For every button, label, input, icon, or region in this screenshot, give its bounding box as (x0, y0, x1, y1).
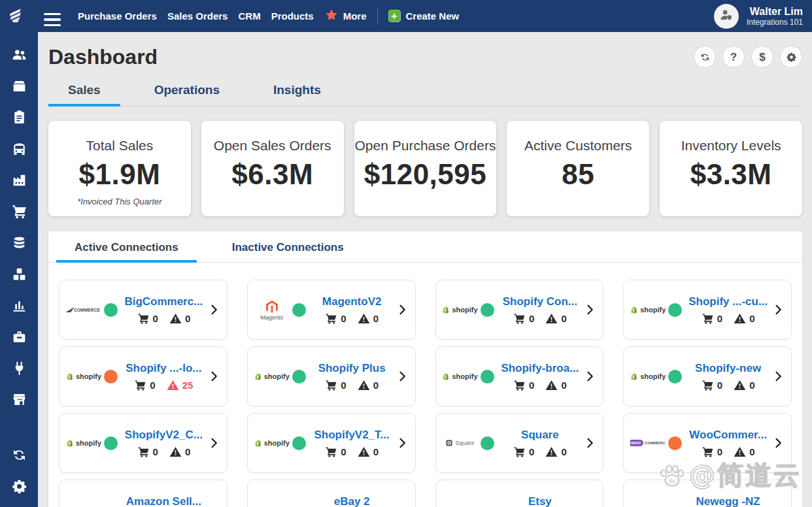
connection-card[interactable]: shopify Shopify ...-cu... 0 0 (623, 280, 792, 340)
connection-title[interactable]: Shopify ...-cu... (688, 295, 768, 308)
connection-card[interactable]: Magento MagentoV2 0 0 (247, 280, 416, 340)
help-button[interactable]: ? (722, 46, 745, 68)
tab-insights[interactable]: Insights (254, 73, 341, 106)
tab-sales[interactable]: Sales (48, 73, 120, 106)
chevron-right-icon[interactable] (393, 303, 409, 316)
connection-card[interactable]: shopify Shopify Plus 0 0 (247, 346, 416, 406)
connection-card[interactable]: Square Square 0 0 (435, 413, 604, 473)
chevron-right-icon[interactable] (769, 370, 785, 383)
sidebar-item-users-icon[interactable] (0, 39, 38, 70)
connection-card[interactable]: shopify Shopify-new 0 0 (623, 346, 792, 406)
connection-card-body: Square 0 0 (499, 429, 581, 458)
connection-title[interactable]: WooCommer... (689, 429, 767, 442)
nav-link-sales-orders[interactable]: Sales Orders (167, 10, 228, 22)
connection-title[interactable]: eBay 2 (334, 495, 370, 507)
connection-card[interactable]: shopify Shopify-broa... 0 0 (435, 346, 604, 406)
connection-card[interactable]: COMMERCE BigCommerc... 0 0 (59, 280, 228, 340)
chevron-right-icon[interactable] (769, 436, 785, 450)
connection-title[interactable]: Shopify Plus (318, 362, 386, 375)
orders-stat: 0 (513, 312, 534, 325)
chevron-right-icon[interactable] (393, 436, 409, 450)
orders-stat: 0 (325, 446, 346, 458)
connection-card-body: eBay 2 (311, 495, 393, 507)
sidebar-item-storefront-icon[interactable] (0, 384, 38, 415)
user-menu[interactable]: Walter Lim Integrations 101 (714, 4, 803, 29)
sidebar-item-sync-icon[interactable] (0, 439, 38, 470)
sidebar-item-coins-icon[interactable] (0, 227, 38, 258)
dollar-button[interactable]: $ (751, 46, 773, 68)
connection-card[interactable]: shopify ShopifyV2_T... 0 0 (247, 413, 416, 473)
sidebar-item-factory-icon[interactable] (0, 164, 38, 195)
nav-link-crm[interactable]: CRM (238, 10, 260, 22)
connection-title[interactable]: BigCommerc... (124, 295, 203, 308)
more-button[interactable]: More (324, 8, 367, 24)
tab-inactive-connections[interactable]: Inactive Connections (214, 231, 362, 262)
tab-operations[interactable]: Operations (135, 73, 239, 106)
connection-title[interactable]: Newegg -NZ (696, 495, 760, 507)
connection-card[interactable]: shopify ShopifyV2_C... 0 0 (59, 413, 228, 473)
warning-icon (734, 446, 746, 458)
nav-link-products[interactable]: Products (271, 10, 314, 22)
connection-card[interactable]: shopify Shopify Con... 0 0 (435, 280, 604, 340)
connection-title[interactable]: Shopify ...-lo... (126, 362, 201, 375)
warning-icon (545, 446, 558, 458)
sidebar-item-truck-icon[interactable] (0, 133, 38, 164)
orders-stat: 0 (325, 379, 346, 391)
sidebar-item-blocks-icon[interactable] (0, 258, 38, 289)
connection-card-body: Amazon Sell... (123, 495, 205, 507)
tab-active-connections[interactable]: Active Connections (56, 231, 197, 262)
connection-title[interactable]: ShopifyV2_C... (125, 429, 203, 442)
chevron-right-icon[interactable] (205, 370, 220, 383)
status-dot (104, 303, 118, 317)
hamburger-icon[interactable] (27, 6, 61, 26)
chevron-right-icon[interactable] (393, 370, 409, 383)
connection-card[interactable]: Newegg -NZ (623, 480, 792, 507)
user-info: Walter Lim Integrations 101 (747, 5, 803, 27)
status-dot (481, 303, 494, 317)
connection-title[interactable]: Etsy (528, 495, 552, 507)
sidebar-item-package-icon[interactable] (0, 70, 38, 101)
connection-title[interactable]: Square (521, 429, 559, 442)
sidebar-item-cart-icon[interactable] (0, 195, 38, 227)
connection-title[interactable]: MagentoV2 (322, 295, 382, 308)
sidebar-item-plug-icon[interactable] (0, 352, 38, 384)
chevron-right-icon[interactable] (205, 303, 220, 316)
avatar[interactable] (714, 4, 739, 29)
orders-stat: 0 (702, 379, 722, 391)
chevron-right-icon[interactable] (769, 303, 785, 316)
create-new-button[interactable]: + Create New (388, 10, 460, 22)
shopify-logo: shopify (443, 305, 478, 315)
connection-title[interactable]: Amazon Sell... (126, 495, 201, 507)
kpi-label: Open Purchase Orders (355, 138, 496, 154)
refresh-button[interactable] (694, 46, 716, 68)
warnings-stat: 0 (358, 446, 379, 458)
sidebar-item-gear-icon[interactable] (0, 470, 38, 502)
chevron-right-icon[interactable] (581, 436, 596, 450)
connection-card[interactable]: eBay 2 (247, 480, 416, 507)
bigcommerce-logo: COMMERCE (66, 307, 101, 312)
connection-stats: 0 0 (513, 312, 567, 325)
app-logo[interactable] (6, 6, 27, 27)
gear-button[interactable] (780, 46, 802, 68)
connection-title[interactable]: Shopify-new (695, 362, 761, 375)
sidebar-item-clipboard-icon[interactable] (0, 101, 38, 133)
status-dot (104, 370, 118, 384)
connection-title[interactable]: ShopifyV2_T... (314, 429, 390, 442)
connection-card-body: Shopify ...-lo... 0 25 (123, 362, 205, 391)
connection-stats: 0 25 (134, 379, 193, 391)
chevron-right-icon[interactable] (205, 436, 220, 450)
chevron-right-icon[interactable] (581, 303, 596, 316)
sidebar-item-bar-chart-icon[interactable] (0, 289, 38, 321)
cart-icon (325, 446, 337, 458)
connection-card[interactable]: Etsy (435, 480, 604, 507)
connection-title[interactable]: Shopify Con... (503, 295, 577, 308)
orders-stat: 0 (513, 379, 534, 391)
connection-card[interactable]: Amazon Sell... (59, 480, 228, 507)
connection-title[interactable]: Shopify-broa... (501, 362, 579, 375)
chevron-right-icon[interactable] (581, 370, 596, 383)
connection-card-body: Shopify-broa... 0 0 (499, 362, 581, 391)
nav-link-purchase-orders[interactable]: Purchase Orders (78, 10, 157, 22)
sidebar-item-briefcase-icon[interactable] (0, 321, 38, 352)
connection-card[interactable]: shopify Shopify ...-lo... 0 25 (59, 346, 228, 406)
connection-card[interactable]: WOOCOMMERCE WooCommer... 0 0 (623, 413, 792, 473)
